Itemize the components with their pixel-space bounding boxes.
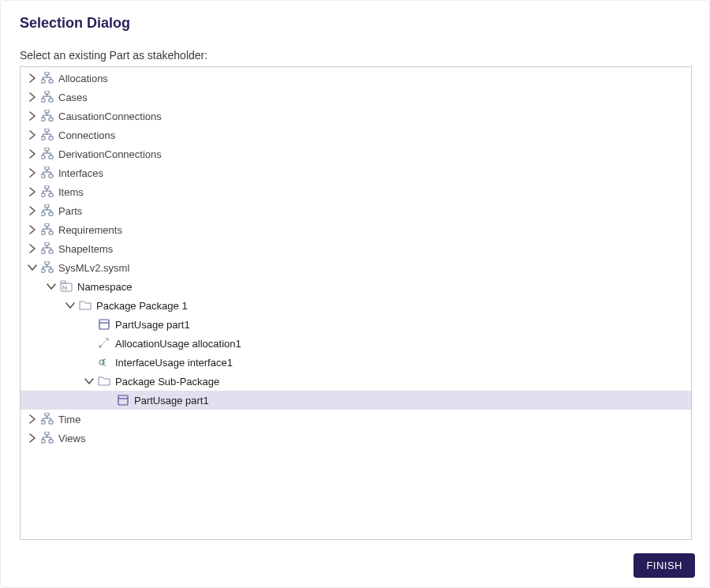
tree-item-label: Requirements: [58, 224, 122, 236]
tree-icon: [41, 91, 54, 103]
tree-item-shapeitems[interactable]: ShapeItems: [21, 239, 691, 258]
tree-item-label: Allocations: [58, 73, 108, 84]
dialog-title: Selection Dialog: [20, 15, 690, 32]
tree-icon: [41, 223, 54, 236]
tree-item-package-1[interactable]: Package Package 1: [21, 296, 691, 315]
tree-item-views[interactable]: Views: [21, 429, 691, 448]
tree-item-label: AllocationUsage allocation1: [115, 338, 241, 350]
tree-icon: [41, 110, 54, 122]
chevron-right-icon[interactable]: [27, 110, 38, 122]
tree-item-sysml-model[interactable]: SysMLv2.sysml: [21, 258, 691, 277]
tree-item-allocationusage[interactable]: AllocationUsage allocation1: [21, 334, 691, 353]
chevron-right-icon[interactable]: [27, 433, 38, 444]
tree-icon: [41, 129, 54, 141]
tree-item-label: Time: [58, 414, 80, 425]
folder-icon: [79, 299, 92, 312]
tree-item-items[interactable]: Items: [21, 182, 691, 201]
tree-item-causationconnections[interactable]: CausationConnections: [21, 107, 691, 125]
tree-item-label: Interfaces: [58, 167, 103, 179]
tree-item-label: InterfaceUsage interface1: [115, 357, 233, 369]
chevron-right-icon[interactable]: [27, 186, 38, 197]
chevron-right-icon[interactable]: [27, 148, 38, 159]
tree-item-label: Package Package 1: [96, 300, 188, 312]
tree-item-requirements[interactable]: Requirements: [21, 220, 691, 239]
chevron-right-icon[interactable]: [27, 243, 38, 254]
tree-item-interfaces[interactable]: Interfaces: [21, 163, 691, 182]
tree-item-sub-package[interactable]: Package Sub-Package: [21, 372, 691, 391]
tree-icon: [41, 204, 54, 217]
tree-icon: [41, 185, 54, 198]
tree-item-label: Namespace: [77, 281, 132, 293]
tree-item-label: Items: [58, 186, 84, 198]
finish-button[interactable]: FINISH: [633, 553, 695, 578]
chevron-right-icon[interactable]: [27, 167, 38, 178]
chevron-down-icon[interactable]: [27, 262, 38, 273]
chevron-right-icon[interactable]: [27, 129, 38, 140]
interface-icon: [98, 356, 110, 369]
tree-item-label: PartUsage part1: [115, 319, 190, 331]
tree-item-label: CausationConnections: [58, 110, 162, 122]
tree-item-partusage-part1[interactable]: PartUsage part1: [21, 315, 691, 334]
chevron-down-icon[interactable]: [65, 300, 76, 311]
tree-icon: [41, 167, 54, 179]
tree-item-label: Views: [58, 433, 85, 444]
tree-item-label: Connections: [58, 129, 115, 141]
chevron-right-icon[interactable]: [27, 224, 38, 235]
tree-item-namespace[interactable]: Namespace: [21, 277, 691, 296]
dialog-instruction: Select an existing Part as stakeholder:: [20, 49, 690, 62]
folder-icon: [98, 375, 110, 388]
tree-item-label: Cases: [58, 92, 88, 103]
tree-item-cases[interactable]: Cases: [21, 88, 691, 107]
allocation-icon: [98, 337, 110, 350]
tree-item-parts[interactable]: Parts: [21, 201, 691, 220]
tree-item-label: PartUsage part1: [134, 395, 209, 406]
tree-item-allocations[interactable]: Allocations: [21, 69, 691, 88]
chevron-right-icon[interactable]: [27, 92, 38, 103]
tree-item-partusage-part1-selected[interactable]: PartUsage part1: [21, 391, 691, 410]
chevron-right-icon[interactable]: [27, 205, 38, 216]
tree-item-label: ShapeItems: [58, 243, 113, 255]
tree-item-derivationconnections[interactable]: DerivationConnections: [21, 144, 691, 163]
tree-item-interfaceusage[interactable]: InterfaceUsage interface1: [21, 353, 691, 372]
tree-item-label: SysMLv2.sysml: [58, 262, 129, 274]
selection-dialog: Selection Dialog Select an existing Part…: [0, 0, 710, 588]
tree-item-label: Parts: [58, 205, 82, 217]
tree-icon: [41, 72, 54, 84]
tree-icon: [41, 432, 54, 444]
part-icon: [117, 394, 129, 406]
tree-icon: [41, 148, 54, 160]
tree-item-label: Package Sub-Package: [115, 376, 219, 388]
part-icon: [98, 318, 110, 331]
tree-icon: [41, 413, 54, 425]
tree-item-label: DerivationConnections: [58, 148, 162, 160]
tree-icon: [41, 242, 54, 255]
namespace-icon: [60, 280, 73, 293]
chevron-right-icon[interactable]: [27, 414, 38, 425]
chevron-right-icon[interactable]: [27, 73, 38, 84]
chevron-down-icon[interactable]: [46, 281, 57, 292]
dialog-footer: FINISH: [633, 553, 695, 578]
tree-icon: [41, 261, 54, 274]
chevron-down-icon[interactable]: [84, 376, 95, 387]
tree-view[interactable]: Allocations Cases CausationConnections C…: [20, 66, 692, 540]
tree-item-connections[interactable]: Connections: [21, 125, 691, 144]
tree-item-time[interactable]: Time: [21, 410, 691, 429]
